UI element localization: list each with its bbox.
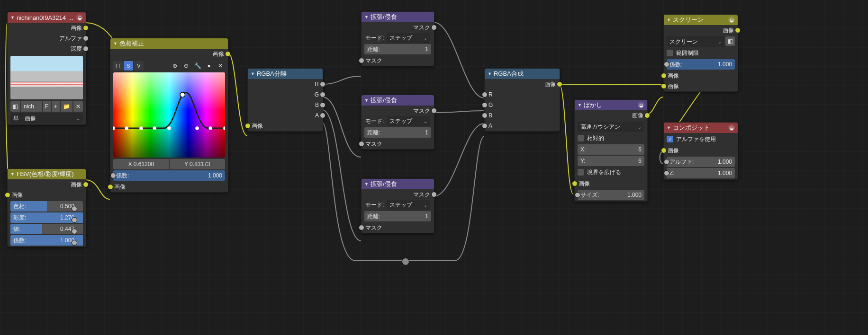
svg-point-3 [153, 126, 157, 130]
hue-curve[interactable] [113, 72, 225, 158]
node-dilate-1[interactable]: ▼拡張/侵食 マスク モード: ステップ⌄ 距離: 1 マスク [361, 11, 434, 66]
reroute-node[interactable] [402, 258, 409, 265]
node-combine-rgba[interactable]: ▼RGBA合成 画像 R G B A [484, 68, 560, 132]
relative-checkbox[interactable]: 相対的 [578, 133, 644, 143]
output-g: G [248, 89, 323, 100]
image-type-icon[interactable]: ◧ [10, 101, 20, 112]
output-alpha: アルファ [8, 33, 86, 44]
zoom-out-icon[interactable]: ⊖ [181, 61, 191, 71]
node-title: HSV(色相/彩度/輝度) [17, 170, 74, 178]
s-button[interactable]: S [124, 61, 133, 71]
node-header-image[interactable]: ▼ nichinan0I9A3214_‥ ◒ [8, 12, 86, 23]
node-title: 色相補正 [119, 39, 144, 48]
alpha-field[interactable]: アルファ:1.000 [667, 157, 735, 167]
hue-field[interactable]: 色相: 0.500 [10, 201, 83, 212]
zoom-in-icon[interactable]: ⊕ [170, 61, 180, 71]
node-title: RGBA分離 [257, 70, 287, 78]
blur-y-field[interactable]: Y:6 [578, 156, 644, 166]
node-header-hsv[interactable]: ▼ HSV(色相/彩度/輝度) [8, 169, 86, 179]
image-name-field[interactable]: nich [21, 101, 42, 112]
point-xy-field[interactable]: X 0.61208 Y 0.83173 [113, 159, 225, 169]
node-title: nichinan0I9A3214_‥ [17, 14, 73, 21]
node-separate-rgba[interactable]: ▼ RGBA分離 R G B A 画像 [247, 68, 323, 132]
mode-dropdown[interactable]: ステップ⌄ [387, 33, 430, 43]
saturation-field[interactable]: 彩度: 1.270 [10, 212, 83, 223]
blend-mode-dropdown[interactable]: スクリーン⌄ [667, 36, 724, 47]
chevron-down-icon: ⌄ [76, 116, 80, 121]
use-alpha-checkbox[interactable]: ✓アルファを使用 [667, 134, 735, 144]
image-thumbnail[interactable] [10, 56, 83, 99]
output-image: 画像 [8, 179, 86, 190]
svg-point-0 [113, 126, 115, 130]
extend-checkbox[interactable]: 境界を広げる [578, 167, 644, 177]
node-composite[interactable]: ▼コンポジット ◒ ✓アルファを使用 画像 アルファ:1.000 Z:1.000 [663, 122, 738, 180]
output-a: A [248, 110, 323, 121]
h-button[interactable]: H [113, 61, 123, 71]
node-hue-correct[interactable]: ▼ 色相補正 画像 H S V ⊕ ⊖ 🔧 ● ✕ X 0.61208 Y 0.… [110, 38, 228, 193]
output-b: B [248, 100, 323, 110]
open-image-button[interactable]: 📁 [61, 101, 72, 112]
reset-icon[interactable]: ✕ [216, 61, 225, 71]
distance-field[interactable]: 距離: 1 [364, 44, 431, 54]
node-hsv[interactable]: ▼ HSV(色相/彩度/輝度) 画像 画像 色相: 0.500 彩度: 1.27… [7, 168, 86, 247]
collapse-icon[interactable]: ▼ [10, 172, 15, 176]
node-header-huecorrect[interactable]: ▼ 色相補正 [110, 38, 228, 49]
clamp-checkbox[interactable]: 範囲制限 [667, 48, 735, 58]
preview-icon: ◒ [728, 17, 735, 23]
collapse-icon[interactable]: ▼ [113, 41, 118, 46]
svg-point-5 [180, 92, 185, 97]
svg-point-7 [209, 126, 213, 130]
output-image: 画像 [110, 49, 228, 59]
fake-user-button[interactable]: F [43, 101, 51, 112]
new-image-button[interactable]: + [52, 101, 60, 112]
factor-field[interactable]: 係数: 1.000 [10, 235, 83, 246]
globe-icon: ◒ [76, 14, 83, 21]
node-image[interactable]: ▼ nichinan0I9A3214_‥ ◒ 画像 アルファ 深度 ◧ nich… [7, 12, 86, 125]
node-dilate-2[interactable]: ▼拡張/侵食 マスク モード: ステップ⌄ 距離:1 マスク [361, 95, 434, 150]
input-image: 画像 [110, 182, 228, 192]
node-screen[interactable]: ▼スクリーン ◒ 画像 スクリーン⌄ ◧ 範囲制限 係数:1.000 画像 画像 [663, 14, 738, 92]
output-image: 画像 [8, 23, 86, 33]
blur-x-field[interactable]: X:6 [578, 144, 644, 155]
preview-icon: ◒ [728, 124, 735, 131]
swap-icon[interactable]: ◧ [725, 36, 735, 46]
preview-icon: ◒ [638, 102, 644, 108]
svg-point-4 [167, 126, 171, 130]
input-image: 画像 [8, 190, 86, 200]
collapse-icon[interactable]: ▼ [10, 15, 15, 20]
image-datablock[interactable]: ◧ nich F + 📁 ✕ [10, 101, 83, 112]
factor-field[interactable]: 係数: 1.000 [113, 170, 225, 181]
output-r: R [248, 79, 323, 89]
svg-point-6 [195, 126, 199, 130]
size-field[interactable]: サイズ:1.000 [578, 190, 644, 200]
output-mask: マスク [362, 22, 434, 33]
clipping-icon[interactable]: ● [204, 61, 214, 71]
collapse-icon[interactable]: ▼ [251, 71, 255, 76]
svg-point-2 [139, 126, 143, 130]
screen-fac-field[interactable]: 係数:1.000 [667, 59, 735, 70]
blur-method-dropdown[interactable]: 高速ガウシアン⌄ [578, 122, 644, 132]
node-header-seprgba[interactable]: ▼ RGBA分離 [248, 69, 323, 79]
z-field[interactable]: Z:1.000 [667, 168, 735, 178]
node-blur[interactable]: ▼ぼかし ◒ 画像 高速ガウシアン⌄ 相対的 X:6 Y:6 境界を広げる 画像… [574, 99, 648, 202]
wrench-icon[interactable]: 🔧 [193, 61, 202, 71]
output-depth: 深度 [8, 44, 86, 54]
input-mask: マスク [362, 55, 434, 66]
image-source-dropdown[interactable]: 単一画像⌄ [10, 113, 83, 123]
output-image: 画像 [485, 79, 560, 89]
mode-row: モード: ステップ⌄ [362, 33, 434, 43]
value-field[interactable]: 値: 0.447 [10, 224, 83, 234]
v-button[interactable]: V [134, 61, 144, 71]
node-dilate-3[interactable]: ▼拡張/侵食 マスク モード: ステップ⌄ 距離:1 マスク [361, 178, 434, 233]
svg-point-1 [125, 126, 129, 130]
unlink-button[interactable]: ✕ [73, 101, 83, 112]
input-image: 画像 [248, 121, 323, 131]
hsv-mode-buttons[interactable]: H S V [113, 61, 144, 71]
svg-point-8 [223, 126, 225, 130]
